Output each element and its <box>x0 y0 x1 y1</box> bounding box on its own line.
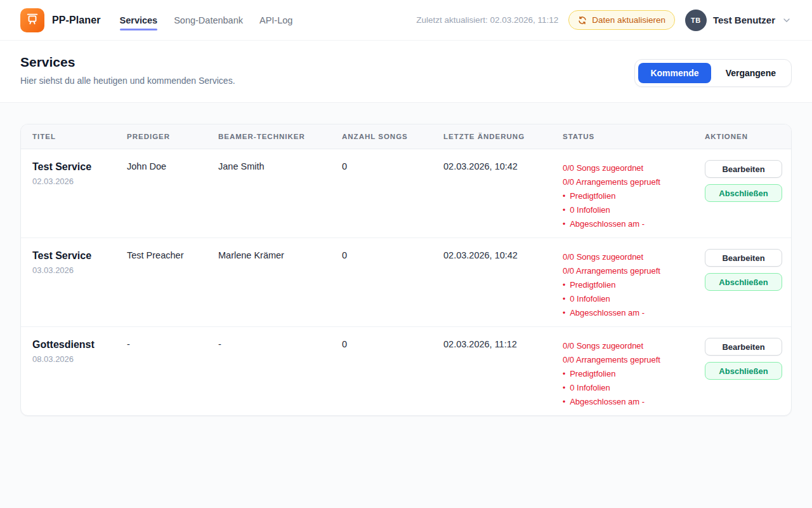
status-abgeschlossen: Abgeschlossen am - <box>563 395 700 409</box>
column-header-letzte-aenderung: LETZTE ÄNDERUNG <box>443 124 563 149</box>
service-song-count: 0 <box>342 149 443 238</box>
service-preacher: - <box>127 327 218 416</box>
service-song-count: 0 <box>342 238 443 327</box>
status-predigtfolien: Predigtfolien <box>563 367 700 381</box>
complete-button[interactable]: Abschließen <box>705 273 782 291</box>
page-heading-text: Services Hier siehst du alle heutigen un… <box>20 55 235 86</box>
page-subtitle: Hier siehst du alle heutigen und kommend… <box>20 76 235 86</box>
app-logo <box>20 8 44 32</box>
service-title: Gottesdienst <box>32 339 122 351</box>
column-header-status: STATUS <box>563 124 705 149</box>
nav-item-services[interactable]: Services <box>120 11 158 29</box>
status-predigtfolien: Predigtfolien <box>563 278 700 292</box>
status-predigtfolien: Predigtfolien <box>563 189 700 203</box>
services-filter-toggle: Kommende Vergangene <box>634 59 792 87</box>
status-arrangements: 0/0 Arrangements geprueft <box>563 353 700 367</box>
service-title: Test Service <box>32 161 122 173</box>
service-beamer-tech: Jane Smith <box>218 149 342 238</box>
status-songs: 0/0 Songs zugeordnet <box>563 339 700 353</box>
status-arrangements: 0/0 Arrangements geprueft <box>563 175 700 189</box>
column-header-aktionen: AKTIONEN <box>705 124 791 149</box>
service-date: 08.03.2026 <box>32 354 122 364</box>
filter-past-button[interactable]: Vergangene <box>714 63 788 83</box>
service-last-change: 02.03.2026, 10:42 <box>443 238 563 327</box>
avatar: TB <box>685 10 707 31</box>
status-songs: 0/0 Songs zugeordnet <box>563 161 700 175</box>
table-row: Gottesdienst 08.03.2026 - - 0 02.03.2026… <box>21 327 791 416</box>
service-status: 0/0 Songs zugeordnet 0/0 Arrangements ge… <box>563 149 705 238</box>
service-last-change: 02.03.2026, 10:42 <box>443 149 563 238</box>
service-preacher: Test Preacher <box>127 238 218 327</box>
edit-button[interactable]: Bearbeiten <box>705 249 782 267</box>
main-nav: Services Song-Datenbank API-Log <box>120 11 293 29</box>
app-title: PP-Planer <box>52 15 101 26</box>
status-songs: 0/0 Songs zugeordnet <box>563 250 700 264</box>
column-header-titel: TITEL <box>21 124 127 149</box>
table-row: Test Service 03.03.2026 Test Preacher Ma… <box>21 238 791 327</box>
edit-button[interactable]: Bearbeiten <box>705 338 782 356</box>
column-header-prediger: PREDIGER <box>127 124 218 149</box>
page-title: Services <box>20 55 235 70</box>
user-menu[interactable]: TB Test Benutzer <box>685 10 792 31</box>
service-beamer-tech: Marlene Krämer <box>218 238 342 327</box>
service-date: 02.03.2026 <box>32 177 122 186</box>
service-title: Test Service <box>32 250 122 262</box>
last-updated-text: Zuletzt aktualisiert: 02.03.2026, 11:12 <box>416 15 558 25</box>
column-header-anzahl-songs: ANZAHL SONGS <box>342 124 443 149</box>
user-name: Test Benutzer <box>713 15 775 25</box>
service-last-change: 02.03.2026, 11:12 <box>443 327 563 416</box>
service-date: 03.03.2026 <box>32 265 122 275</box>
table-row: Test Service 02.03.2026 John Doe Jane Sm… <box>21 149 791 238</box>
status-infofolien: 0 Infofolien <box>563 203 700 217</box>
complete-button[interactable]: Abschließen <box>705 184 782 202</box>
status-infofolien: 0 Infofolien <box>563 381 700 395</box>
column-header-beamer-techniker: BEAMER-TECHNIKER <box>218 124 342 149</box>
chevron-down-icon <box>782 15 792 25</box>
filter-upcoming-button[interactable]: Kommende <box>638 63 710 83</box>
presentation-board-icon <box>25 12 39 29</box>
edit-button[interactable]: Bearbeiten <box>705 160 782 178</box>
status-arrangements: 0/0 Arrangements geprueft <box>563 264 700 278</box>
nav-item-api-log[interactable]: API-Log <box>259 11 292 29</box>
status-infofolien: 0 Infofolien <box>563 292 700 306</box>
service-status: 0/0 Songs zugeordnet 0/0 Arrangements ge… <box>563 327 705 416</box>
service-actions: Bearbeiten Abschließen <box>705 238 791 327</box>
topbar-right: Zuletzt aktualisiert: 02.03.2026, 11:12 … <box>416 10 792 31</box>
brand: PP-Planer <box>20 8 101 32</box>
service-status: 0/0 Songs zugeordnet 0/0 Arrangements ge… <box>563 238 705 327</box>
services-table: TITEL PREDIGER BEAMER-TECHNIKER ANZAHL S… <box>21 124 791 415</box>
service-actions: Bearbeiten Abschließen <box>705 149 791 238</box>
service-song-count: 0 <box>342 327 443 416</box>
main-content: TITEL PREDIGER BEAMER-TECHNIKER ANZAHL S… <box>0 103 812 437</box>
complete-button[interactable]: Abschließen <box>705 362 782 380</box>
status-abgeschlossen: Abgeschlossen am - <box>563 306 700 320</box>
refresh-button-label: Daten aktualisieren <box>592 15 665 25</box>
refresh-data-button[interactable]: Daten aktualisieren <box>568 10 675 30</box>
page-heading-section: Services Hier siehst du alle heutigen un… <box>0 41 812 103</box>
services-table-card: TITEL PREDIGER BEAMER-TECHNIKER ANZAHL S… <box>20 124 792 416</box>
service-actions: Bearbeiten Abschließen <box>705 327 791 416</box>
service-beamer-tech: - <box>218 327 342 416</box>
table-header-row: TITEL PREDIGER BEAMER-TECHNIKER ANZAHL S… <box>21 124 791 149</box>
service-preacher: John Doe <box>127 149 218 238</box>
nav-item-song-datenbank[interactable]: Song-Datenbank <box>174 11 243 29</box>
top-header: PP-Planer Services Song-Datenbank API-Lo… <box>0 0 812 41</box>
refresh-arrows-icon <box>578 16 587 25</box>
status-abgeschlossen: Abgeschlossen am - <box>563 217 700 231</box>
